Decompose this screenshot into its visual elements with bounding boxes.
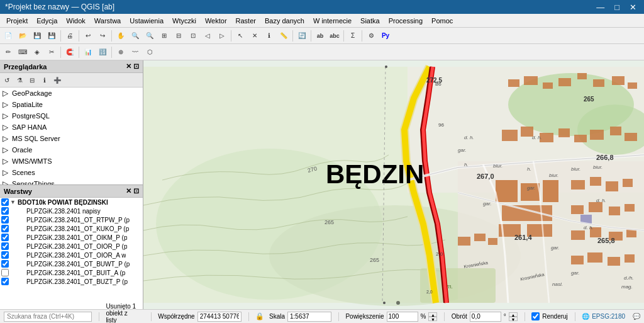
rotation-up-btn[interactable]: ▲ xyxy=(509,312,518,317)
layer-rtpw[interactable]: PLPZGiK.238.2401_OT_RTPW_P (p xyxy=(0,215,143,224)
layers-close-btn[interactable]: ✕ xyxy=(126,187,131,195)
menu-warstwa[interactable]: Warstwa xyxy=(91,16,125,26)
add-poly-btn[interactable]: ⬡ xyxy=(143,45,157,59)
zoom-selected-btn[interactable]: ⊡ xyxy=(186,29,200,43)
layer-buwt[interactable]: PLPZGiK.238.2401_OT_BUWT_P (p xyxy=(0,259,143,268)
menu-bazy-danych[interactable]: Bazy danych xyxy=(261,16,308,26)
browser-properties-btn[interactable]: ℹ xyxy=(39,74,50,86)
rotation-down-btn[interactable]: ▼ xyxy=(509,317,518,321)
menu-ustawienia[interactable]: Ustawienia xyxy=(126,16,167,26)
browser-float-btn[interactable]: ⊡ xyxy=(133,62,139,71)
layer-kuko-checkbox[interactable] xyxy=(1,225,9,232)
statistics-btn[interactable]: Σ xyxy=(346,29,360,43)
layer-kuko[interactable]: PLPZGiK.238.2401_OT_KUKO_P (p xyxy=(0,224,143,233)
close-button[interactable]: ✕ xyxy=(627,3,639,12)
save-project-btn[interactable]: 💾 xyxy=(30,29,44,43)
label2-btn[interactable]: abc xyxy=(328,29,341,43)
pan-btn[interactable]: ✋ xyxy=(114,29,128,43)
layers-float-btn[interactable]: ⊡ xyxy=(133,187,139,195)
edit-btn[interactable]: ✏ xyxy=(1,45,15,59)
menu-raster[interactable]: Raster xyxy=(232,16,260,26)
node-btn[interactable]: ◈ xyxy=(30,45,44,59)
zoom-next-btn[interactable]: ▷ xyxy=(215,29,229,43)
layer-group-bdot10k[interactable]: ▼ BDOT10k POWIAT BĘDZIŃSKI xyxy=(0,198,143,207)
layer-group-checkbox[interactable] xyxy=(1,198,9,206)
browser-item-geopackage[interactable]: ▷ GeoPackage xyxy=(0,88,143,99)
rotation-input[interactable] xyxy=(470,312,501,322)
layer-rtpw-checkbox[interactable] xyxy=(1,216,9,224)
snap-btn[interactable]: 🧲 xyxy=(63,45,77,59)
browser-item-wms[interactable]: ▷ WMS/WMTS xyxy=(0,156,143,167)
layer-napisy-checkbox[interactable] xyxy=(1,207,9,215)
layer-expand-icon[interactable]: ▼ xyxy=(10,199,16,205)
layer-oiorp-checkbox[interactable] xyxy=(1,242,9,250)
scissors-btn[interactable]: ✂ xyxy=(45,45,58,59)
layer-napisy[interactable]: PLPZGiK.238.2401 napisy xyxy=(0,207,143,215)
layer-oior-p[interactable]: PLPZGiK.238.2401_OT_OIOR_P (p xyxy=(0,242,143,251)
menu-wektor[interactable]: Wektor xyxy=(201,16,231,26)
layer-oikm-checkbox[interactable] xyxy=(1,234,9,241)
deselect-btn[interactable]: ✕ xyxy=(248,29,262,43)
zoom-out-btn[interactable]: 🔍 xyxy=(143,29,157,43)
select-btn[interactable]: ↖ xyxy=(233,29,247,43)
redo-btn[interactable]: ↪ xyxy=(96,29,109,43)
menu-w-internecie[interactable]: W internecie xyxy=(309,16,355,26)
browser-close-btn[interactable]: ✕ xyxy=(126,62,131,71)
coord-input[interactable] xyxy=(197,312,242,322)
menu-projekt[interactable]: Projekt xyxy=(3,16,31,26)
measure-btn[interactable]: 📏 xyxy=(277,29,291,43)
layer-buzt[interactable]: PLPZGiK.238.2401_OT_BUZT_P (p xyxy=(0,277,143,286)
browser-item-sap-hana[interactable]: ▷ SAP HANA xyxy=(0,122,143,133)
open-project-btn[interactable]: 📂 xyxy=(16,29,30,43)
search-input[interactable] xyxy=(4,312,92,322)
layer-buit[interactable]: PLPZGiK.238.2401_OT_BUIT_A (p xyxy=(0,268,143,277)
digitize-btn[interactable]: ⌨ xyxy=(16,45,30,59)
zoom-in-btn[interactable]: 🔍 xyxy=(128,29,142,43)
layer-buzt-checkbox[interactable] xyxy=(1,278,9,285)
messages-icon[interactable]: 💬 xyxy=(633,313,640,320)
attr-table-btn[interactable]: 📊 xyxy=(81,45,95,59)
zoom-layer-btn[interactable]: ⊟ xyxy=(172,29,186,43)
map-area[interactable]: lem. xyxy=(143,60,644,309)
python-btn[interactable]: Py xyxy=(379,29,392,43)
browser-add-btn[interactable]: ➕ xyxy=(52,74,63,86)
minimize-button[interactable]: — xyxy=(594,3,607,12)
browser-item-sensorthings[interactable]: ▷ SensorThings xyxy=(0,178,143,184)
browser-refresh-btn[interactable]: ↺ xyxy=(1,74,13,86)
zoom-down-btn[interactable]: ▼ xyxy=(428,317,437,321)
render-checkbox[interactable] xyxy=(531,312,540,320)
print-btn[interactable]: 🖨 xyxy=(63,29,77,43)
layer-buit-checkbox[interactable] xyxy=(1,269,9,276)
menu-widok[interactable]: Widok xyxy=(62,16,89,26)
maximize-button[interactable]: □ xyxy=(612,3,622,12)
menu-processing[interactable]: Processing xyxy=(385,16,426,26)
browser-item-mssql[interactable]: ▷ MS SQL Server xyxy=(0,133,143,144)
browser-item-oracle[interactable]: ▷ Oracle xyxy=(0,144,143,156)
zoom-full-btn[interactable]: ⊞ xyxy=(157,29,171,43)
zoom-prev-btn[interactable]: ◁ xyxy=(201,29,214,43)
undo-btn[interactable]: ↩ xyxy=(81,29,95,43)
browser-item-postgresql[interactable]: ▷ PostgreSQL xyxy=(0,110,143,122)
identify-btn[interactable]: ℹ xyxy=(262,29,276,43)
menu-siatka[interactable]: Siatka xyxy=(357,16,384,26)
field-calc-btn[interactable]: 🔢 xyxy=(96,45,109,59)
add-line-btn[interactable]: 〰 xyxy=(128,45,142,59)
new-project-btn[interactable]: 📄 xyxy=(1,29,15,43)
label-btn[interactable]: ab xyxy=(313,29,327,43)
refresh-btn[interactable]: 🔄 xyxy=(295,29,309,43)
menu-pomoc[interactable]: Pomoc xyxy=(428,16,457,26)
menu-wtyczki[interactable]: Wtyczki xyxy=(169,16,200,26)
layer-buwt-checkbox[interactable] xyxy=(1,260,9,268)
layer-oiora-checkbox[interactable] xyxy=(1,251,9,259)
scale-input[interactable] xyxy=(287,312,331,322)
zoom-up-btn[interactable]: ▲ xyxy=(428,312,437,317)
layer-oikm[interactable]: PLPZGiK.238.2401_OT_OIKM_P (p xyxy=(0,233,143,242)
add-point-btn[interactable]: ⊕ xyxy=(114,45,128,59)
browser-item-spatialite[interactable]: ▷ SpatiaLite xyxy=(0,99,143,110)
menu-edycja[interactable]: Edycja xyxy=(33,16,61,26)
zoom-input[interactable] xyxy=(387,312,418,322)
browser-item-scenes[interactable]: ▷ Scenes xyxy=(0,167,143,178)
browser-filter-btn[interactable]: ⚗ xyxy=(14,74,25,86)
settings-btn[interactable]: ⚙ xyxy=(364,29,378,43)
browser-collapse-btn[interactable]: ⊟ xyxy=(26,74,38,86)
